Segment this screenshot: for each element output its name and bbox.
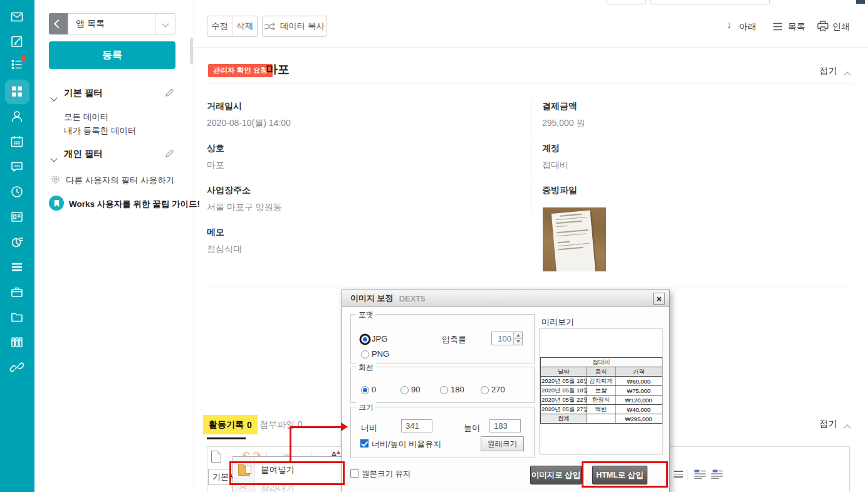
basic-filter-chevron-icon[interactable] bbox=[51, 92, 56, 103]
works-tip-link[interactable]: Works 사용자를 위한 꿀팁 가이드! bbox=[69, 199, 200, 210]
drive-icon[interactable] bbox=[9, 335, 24, 350]
edit-button[interactable]: 수정 bbox=[207, 16, 233, 36]
notification-dot bbox=[21, 56, 26, 61]
sidebar-item-all-data[interactable]: 모든 데이터 bbox=[64, 112, 108, 123]
chat-icon[interactable] bbox=[9, 159, 24, 174]
chevron-left-icon bbox=[54, 19, 63, 28]
radio-png-label[interactable]: PNG bbox=[372, 349, 389, 359]
radio-png[interactable] bbox=[361, 350, 369, 359]
personal-filter-chevron-icon[interactable] bbox=[51, 152, 56, 164]
column-divider bbox=[531, 183, 531, 212]
app-list-select[interactable]: 앱 목록 bbox=[68, 13, 175, 34]
folder-icon[interactable] bbox=[9, 310, 24, 325]
rotate-90-label[interactable]: 90 bbox=[411, 385, 420, 394]
rotate-270-label[interactable]: 270 bbox=[491, 385, 505, 394]
field-label: 결제금액 bbox=[542, 101, 577, 112]
radio-jpg[interactable] bbox=[361, 335, 369, 343]
quality-spinner[interactable]: 100 bbox=[491, 332, 523, 345]
dialog-titlebar[interactable]: 이미지 보정 DEXT5 bbox=[342, 290, 669, 307]
annotation-box-paste bbox=[229, 461, 345, 485]
list-button[interactable]: 목록 bbox=[788, 21, 805, 33]
sidebar-item-my-data[interactable]: 내가 등록한 데이터 bbox=[64, 125, 137, 137]
tab-activity-label: 활동기록 bbox=[209, 419, 244, 431]
tab-attachments[interactable]: 첨부파일 0 bbox=[259, 419, 303, 431]
down-button[interactable]: 아래 bbox=[739, 21, 756, 33]
editor-border-right bbox=[849, 446, 850, 492]
arrow-down-icon[interactable]: ↓ bbox=[726, 19, 732, 31]
table-total-row: 합계 ₩295,000 bbox=[541, 414, 662, 424]
rotate-0-label[interactable]: 0 bbox=[372, 385, 376, 394]
rotate-legend: 회전 bbox=[356, 362, 376, 373]
keep-ratio-checkbox[interactable] bbox=[360, 439, 369, 448]
contacts-icon[interactable] bbox=[9, 109, 24, 124]
compose-icon[interactable] bbox=[9, 34, 24, 49]
spin-down-icon[interactable] bbox=[514, 339, 522, 345]
total-label-cell: 합계 bbox=[541, 414, 587, 424]
top-cropped-searchbox bbox=[651, 0, 770, 4]
apps-grid-icon[interactable] bbox=[9, 84, 24, 99]
copy-data-button[interactable]: 데이터 복사 bbox=[262, 16, 327, 37]
list-icon[interactable] bbox=[9, 259, 24, 275]
receipt-thumbnail[interactable] bbox=[543, 207, 606, 271]
sidebar-scrollbar[interactable] bbox=[190, 38, 193, 64]
link-icon[interactable] bbox=[9, 360, 24, 375]
personal-filter-title[interactable]: 개인 필터 bbox=[64, 148, 103, 160]
stats-icon[interactable] bbox=[9, 234, 24, 249]
spin-up-icon[interactable] bbox=[514, 332, 522, 339]
radio-jpg-label[interactable]: JPG bbox=[372, 334, 387, 343]
register-button[interactable]: 등록 bbox=[49, 41, 175, 69]
mail-icon[interactable] bbox=[9, 9, 24, 24]
other-users-filter-link[interactable]: 다른 사용자의 필터 사용하기 bbox=[66, 175, 174, 186]
radio-rotate-270[interactable] bbox=[481, 386, 489, 394]
calendar-icon[interactable] bbox=[9, 134, 24, 149]
field-value: 마포 bbox=[207, 160, 224, 171]
chevron-up-icon[interactable] bbox=[845, 422, 850, 433]
chevron-down-icon[interactable] bbox=[155, 14, 175, 34]
field-value: 2020-08-10(월) 14:00 bbox=[207, 118, 291, 129]
list-view-icon[interactable] bbox=[773, 23, 783, 31]
clock-icon[interactable] bbox=[9, 184, 24, 199]
radio-rotate-180[interactable] bbox=[440, 386, 448, 394]
print-button[interactable]: 인쇄 bbox=[832, 21, 850, 33]
basic-filter-title[interactable]: 기본 필터 bbox=[64, 87, 103, 99]
column-divider bbox=[531, 99, 531, 139]
annotation-arrow-vertical bbox=[290, 427, 291, 461]
delete-button[interactable]: 삭제 bbox=[233, 16, 257, 36]
outdent-icon[interactable] bbox=[711, 469, 723, 479]
close-icon[interactable]: × bbox=[653, 293, 665, 305]
keep-ratio-label[interactable]: 너비/높이 비율유지 bbox=[372, 439, 441, 450]
bookmark-badge-icon bbox=[49, 196, 64, 211]
tab-attach-count: 0 bbox=[298, 419, 303, 431]
height-input[interactable]: 183 bbox=[489, 419, 521, 432]
chevron-up-icon[interactable] bbox=[845, 69, 850, 80]
field-value: 서울 마포구 망원동 bbox=[207, 202, 282, 213]
width-input[interactable]: 341 bbox=[401, 419, 432, 432]
section-collapse-link[interactable]: 접기 bbox=[819, 418, 837, 430]
dialog-brand: DEXT5 bbox=[399, 294, 426, 303]
align-justify-icon[interactable] bbox=[674, 471, 683, 478]
table-title-cell: 접대비 bbox=[541, 358, 662, 367]
quality-label: 압축률 bbox=[442, 334, 466, 345]
edit-personal-filter-icon[interactable] bbox=[164, 149, 174, 159]
back-button[interactable] bbox=[49, 13, 68, 34]
record-collapse-link[interactable]: 접기 bbox=[819, 65, 837, 77]
radio-rotate-0[interactable] bbox=[361, 386, 369, 394]
status-badge: 관리자 확인 요청 bbox=[208, 64, 273, 77]
edit-filter-icon[interactable] bbox=[164, 88, 174, 98]
printer-icon[interactable] bbox=[817, 20, 829, 32]
tab-activity-log[interactable]: 활동기록 0 bbox=[203, 415, 258, 434]
rotate-180-label[interactable]: 180 bbox=[451, 385, 464, 394]
keep-original-checkbox[interactable] bbox=[350, 469, 358, 478]
work-icon[interactable] bbox=[9, 285, 24, 300]
original-size-button[interactable]: 원래크기 bbox=[481, 436, 524, 451]
field-value: 295,000 원 bbox=[542, 118, 585, 129]
indent-icon[interactable] bbox=[694, 469, 706, 479]
keep-original-label[interactable]: 원본크기 유지 bbox=[362, 469, 410, 479]
new-document-icon[interactable] bbox=[211, 451, 221, 463]
quality-value: 100 bbox=[492, 332, 513, 345]
field-label: 사업장주소 bbox=[207, 185, 251, 196]
insert-as-image-button[interactable]: 이미지로 삽입 bbox=[530, 466, 582, 484]
edit-delete-button-group: 수정 삭제 bbox=[207, 16, 258, 37]
board-icon[interactable] bbox=[9, 209, 24, 224]
radio-rotate-90[interactable] bbox=[400, 386, 409, 394]
